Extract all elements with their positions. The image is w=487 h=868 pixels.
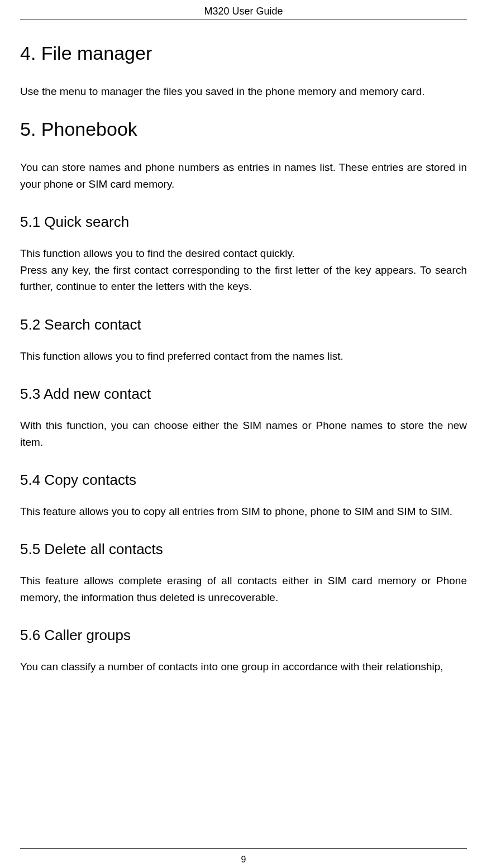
heading-search-contact: 5.2 Search contact: [20, 316, 467, 333]
page-number: 9: [0, 855, 487, 865]
heading-file-manager: 4. File manager: [20, 42, 467, 64]
heading-caller-groups: 5.6 Caller groups: [20, 627, 467, 644]
footer-rule: [20, 848, 467, 849]
heading-copy-contacts: 5.4 Copy contacts: [20, 471, 467, 489]
body-add-new-contact: With this function, you can choose eithe…: [20, 417, 467, 450]
header-rule: [20, 20, 467, 20]
body-search-contact: This function allows you to find preferr…: [20, 348, 467, 364]
page-header: M320 User Guide: [20, 6, 467, 20]
body-phonebook: You can store names and phone numbers as…: [20, 159, 467, 192]
document-page: M320 User Guide 4. File manager Use the …: [0, 0, 487, 868]
heading-add-new-contact: 5.3 Add new contact: [20, 385, 467, 403]
heading-delete-all-contacts: 5.5 Delete all contacts: [20, 541, 467, 558]
body-quick-search-1: This function allows you to find the des…: [20, 245, 467, 261]
body-delete-all-contacts: This feature allows complete erasing of …: [20, 573, 467, 605]
footer-rule-wrap: [20, 848, 467, 849]
body-caller-groups: You can classify a number of contacts in…: [20, 659, 467, 675]
body-quick-search-2: Press any key, the first contact corresp…: [20, 262, 467, 295]
body-file-manager: Use the menu to manager the files you sa…: [20, 83, 467, 99]
heading-quick-search: 5.1 Quick search: [20, 213, 467, 231]
body-copy-contacts: This feature allows you to copy all entr…: [20, 503, 467, 519]
heading-phonebook: 5. Phonebook: [20, 118, 467, 140]
